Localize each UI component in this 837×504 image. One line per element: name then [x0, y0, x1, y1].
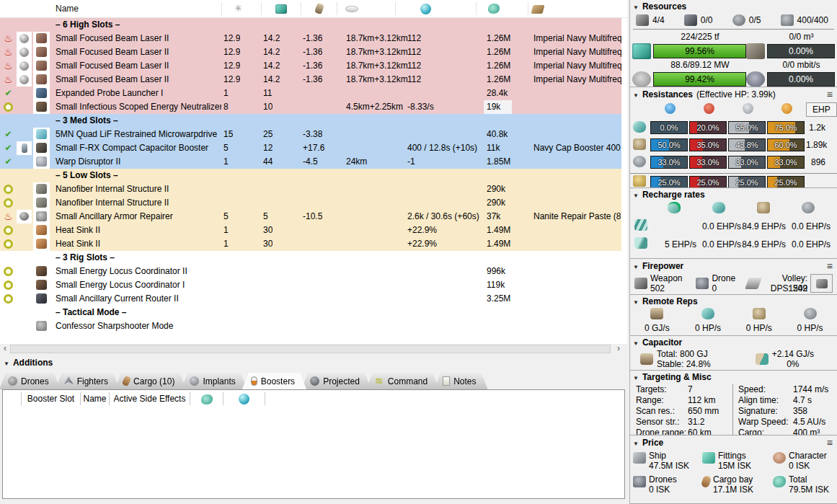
fitting-row[interactable]: Heat Sink II130+22.9%1.49M — [0, 224, 621, 237]
fitting-row[interactable]: Nanofiber Internal Structure II290k — [0, 182, 621, 196]
armor-repair-icon — [757, 202, 770, 213]
remote-reps-section-header[interactable]: Remote Reps — [630, 295, 837, 307]
fitting-row[interactable]: Small Ancillary Current Router II3.25M — [0, 292, 621, 306]
price-section-header[interactable]: Price — [630, 436, 837, 449]
collapse-icon[interactable] — [633, 337, 639, 348]
overheat-state-icon[interactable] — [1, 59, 15, 73]
tab-boosters[interactable]: Boosters — [242, 373, 306, 389]
active-state-icon[interactable] — [1, 128, 15, 141]
collapse-icon[interactable] — [633, 1, 639, 12]
fitting-row[interactable]: Small Focused Beam Laser II12.914.2-1.36… — [0, 59, 621, 73]
firepower-section-header[interactable]: Firepower — [630, 259, 837, 273]
offline-state-icon[interactable] — [1, 224, 15, 237]
additions-header[interactable]: Additions — [4, 358, 53, 368]
menu-icon[interactable] — [827, 89, 833, 100]
overheat-state-icon[interactable] — [1, 32, 15, 45]
powergrid-icon[interactable] — [234, 3, 246, 14]
em-damage-icon — [665, 103, 676, 114]
tab-fighters[interactable]: Fighters — [56, 373, 120, 389]
stat-value: 7 — [688, 384, 693, 395]
column-divider — [395, 2, 396, 15]
resistances-section-header[interactable]: Resistances (Effective HP: 3.99k) — [630, 87, 837, 101]
cell-ammo: Navy Cap Booster 400 (1) — [533, 141, 621, 155]
offline-state-icon[interactable] — [1, 278, 15, 292]
tab-implants[interactable]: Implants — [181, 373, 247, 389]
overheat-state-icon[interactable] — [1, 210, 15, 224]
boosters-col-name[interactable]: Name — [81, 392, 110, 405]
boosters-col-icon[interactable] — [190, 392, 223, 405]
name-column-header[interactable]: Name — [56, 4, 79, 14]
fitting-row[interactable]: Expanded Probe Launcher I11128.4k — [0, 87, 621, 100]
offline-state-icon[interactable] — [1, 182, 15, 196]
recharge-section-header[interactable]: Recharge rates — [630, 188, 837, 200]
fitting-row[interactable]: Small Focused Beam Laser II12.914.2-1.36… — [0, 45, 621, 59]
horizontal-scrollbar[interactable]: ‹ › — [0, 344, 624, 354]
overheat-state-icon[interactable] — [1, 73, 15, 87]
fitting-row[interactable]: Small F-RX Compact Capacitor Booster512+… — [0, 141, 621, 155]
overheat-state-icon[interactable] — [1, 45, 15, 59]
ehp-button[interactable]: EHP — [806, 102, 837, 117]
cell-range: 24km — [346, 155, 367, 169]
capacitor-section-header[interactable]: Capacitor — [630, 336, 837, 348]
active-state-icon[interactable] — [1, 141, 15, 155]
scroll-left-icon[interactable]: ‹ — [0, 344, 10, 354]
cell-misc: +22.9% — [407, 237, 437, 251]
collapse-icon[interactable] — [633, 261, 639, 271]
paste-charge-icon — [17, 210, 32, 224]
ammo-icon[interactable] — [531, 5, 544, 14]
fitting-row[interactable]: Nanofiber Internal Structure II290k — [0, 196, 621, 210]
cell-cpu: 44 — [263, 155, 273, 169]
menu-icon[interactable] — [827, 437, 833, 448]
offline-state-icon[interactable] — [1, 100, 15, 114]
drone-dps-value: 0 DPS — [712, 283, 735, 293]
fitting-row[interactable]: Small Focused Beam Laser II12.914.2-1.36… — [0, 32, 621, 45]
fitting-row[interactable]: Small Focused Beam Laser II12.914.2-1.36… — [0, 73, 621, 87]
collapse-icon[interactable] — [633, 372, 639, 382]
offline-state-icon[interactable] — [1, 196, 15, 210]
misc-stat-icon[interactable] — [420, 4, 431, 14]
price-icon[interactable] — [488, 4, 500, 14]
slot-summary-value: 0/5 — [749, 15, 761, 25]
scroll-right-icon[interactable]: › — [614, 344, 624, 354]
microwarpdrive-icon — [33, 128, 50, 141]
cpu-icon[interactable] — [275, 4, 287, 14]
offline-state-icon[interactable] — [1, 292, 15, 306]
resources-section-header[interactable]: Resources — [630, 0, 837, 12]
fitting-row[interactable]: Small Energy Locus Coordinator II996k — [0, 265, 621, 278]
menu-icon[interactable] — [827, 260, 833, 272]
tab-projected[interactable]: Projected — [301, 373, 371, 389]
tab-command[interactable]: Command — [366, 373, 439, 389]
offline-state-icon[interactable] — [1, 265, 15, 278]
active-state-icon[interactable] — [1, 155, 15, 169]
active-state-icon[interactable] — [1, 87, 15, 100]
boosters-col-state[interactable] — [3, 392, 22, 405]
tab-cargo-10[interactable]: Cargo (10) — [115, 373, 186, 389]
laser-turret-icon — [33, 59, 50, 73]
collapse-icon[interactable] — [633, 190, 639, 200]
dps-graph-button[interactable] — [810, 274, 833, 293]
fitting-row[interactable]: 5MN Quad LiF Restrained Microwarpdrive15… — [0, 128, 621, 141]
collapse-icon[interactable] — [4, 358, 9, 368]
fitting-row[interactable]: Small Ancillary Armor Repairer55-10.52.6… — [0, 210, 621, 224]
slot-group-header: – Tactical Mode – — [0, 306, 621, 319]
fitting-row[interactable]: Heat Sink II130+22.9%1.49M — [0, 237, 621, 251]
boosters-col-booster-slot[interactable]: Booster Slot — [22, 392, 81, 405]
targeting-section-header[interactable]: Targeting & Misc — [630, 371, 837, 383]
fitting-row[interactable]: Small Energy Locus Coordinator I119k — [0, 278, 621, 292]
stat-value: 4.5 AU/s — [793, 417, 825, 428]
tab-notes[interactable]: Notes — [434, 373, 487, 389]
optimal-range-icon[interactable] — [345, 6, 358, 12]
tab-drones[interactable]: Drones — [0, 373, 61, 389]
heat-sink-icon — [33, 237, 50, 251]
fitting-row[interactable]: Warp Disruptor II144-4.524km-11.85M — [0, 155, 621, 169]
collapse-icon[interactable] — [633, 296, 639, 306]
boosters-col-icon[interactable] — [223, 392, 265, 405]
boosters-col-active-side-effects[interactable]: Active Side Effects — [110, 392, 190, 405]
scrollbar-thumb[interactable] — [10, 345, 611, 353]
collapse-icon[interactable] — [633, 438, 639, 448]
capacitor-usage-icon[interactable] — [314, 3, 324, 14]
offline-state-icon[interactable] — [1, 237, 15, 251]
collapse-icon[interactable] — [633, 89, 639, 100]
fitting-row[interactable]: Small Infectious Scoped Energy Neutraliz… — [0, 100, 621, 114]
fitting-row[interactable]: Confessor Sharpshooter Mode — [0, 319, 621, 333]
